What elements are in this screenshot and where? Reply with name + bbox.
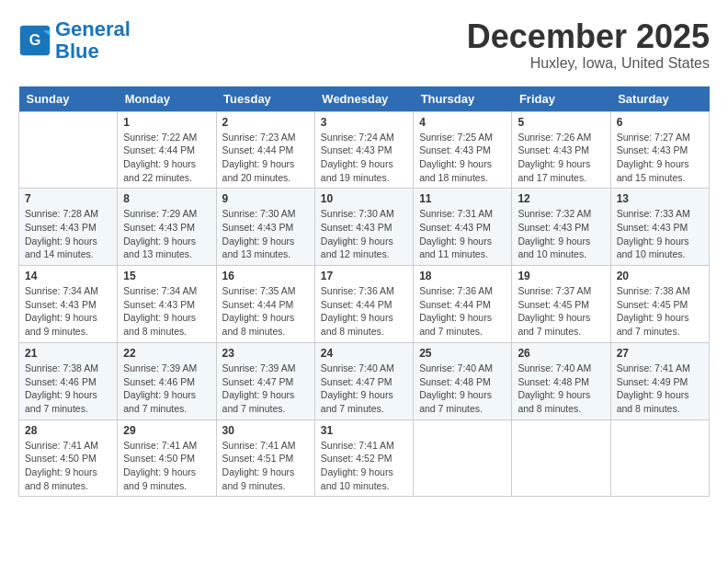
- header-wednesday: Wednesday: [314, 86, 413, 112]
- day-info: Sunrise: 7:41 AMSunset: 4:51 PMDaylight:…: [222, 439, 309, 493]
- calendar-cell: 16Sunrise: 7:35 AMSunset: 4:44 PMDayligh…: [216, 266, 314, 343]
- page-header: G General Blue December 2025 Huxley, Iow…: [18, 18, 710, 72]
- day-number: 23: [222, 347, 309, 360]
- day-number: 9: [222, 192, 309, 205]
- day-number: 20: [617, 270, 703, 282]
- day-number: 4: [419, 116, 506, 129]
- calendar-cell: 25Sunrise: 7:40 AMSunset: 4:48 PMDayligh…: [414, 342, 512, 419]
- day-number: 8: [123, 192, 210, 205]
- day-info: Sunrise: 7:34 AMSunset: 4:43 PMDaylight:…: [123, 284, 210, 339]
- calendar-cell: 21Sunrise: 7:38 AMSunset: 4:46 PMDayligh…: [19, 342, 118, 419]
- day-number: 25: [419, 347, 506, 360]
- day-info: Sunrise: 7:23 AMSunset: 4:44 PMDaylight:…: [222, 131, 309, 185]
- day-info: Sunrise: 7:41 AMSunset: 4:50 PMDaylight:…: [123, 439, 210, 493]
- week-row-5: 28Sunrise: 7:41 AMSunset: 4:50 PMDayligh…: [19, 419, 710, 497]
- day-info: Sunrise: 7:41 AMSunset: 4:50 PMDaylight:…: [25, 439, 111, 493]
- day-number: 15: [123, 270, 210, 282]
- calendar-cell: [512, 419, 610, 497]
- page-subtitle: Huxley, Iowa, United States: [467, 55, 710, 72]
- day-number: 6: [617, 116, 703, 129]
- day-number: 27: [617, 347, 703, 360]
- day-info: Sunrise: 7:38 AMSunset: 4:45 PMDaylight:…: [617, 284, 703, 339]
- day-number: 29: [123, 424, 210, 437]
- calendar-cell: 13Sunrise: 7:33 AMSunset: 4:43 PMDayligh…: [610, 189, 709, 266]
- calendar-cell: [414, 419, 512, 497]
- calendar-cell: 27Sunrise: 7:41 AMSunset: 4:49 PMDayligh…: [610, 342, 709, 419]
- calendar-cell: 18Sunrise: 7:36 AMSunset: 4:44 PMDayligh…: [414, 266, 512, 343]
- header-tuesday: Tuesday: [216, 86, 314, 112]
- day-info: Sunrise: 7:22 AMSunset: 4:44 PMDaylight:…: [123, 131, 210, 185]
- day-info: Sunrise: 7:40 AMSunset: 4:47 PMDaylight:…: [321, 362, 407, 416]
- calendar-cell: 7Sunrise: 7:28 AMSunset: 4:43 PMDaylight…: [19, 189, 118, 266]
- header-thursday: Thursday: [414, 86, 512, 112]
- day-info: Sunrise: 7:38 AMSunset: 4:46 PMDaylight:…: [25, 362, 111, 416]
- day-info: Sunrise: 7:37 AMSunset: 4:45 PMDaylight:…: [518, 284, 604, 339]
- day-info: Sunrise: 7:36 AMSunset: 4:44 PMDaylight:…: [419, 284, 506, 339]
- day-info: Sunrise: 7:25 AMSunset: 4:43 PMDaylight:…: [419, 131, 506, 185]
- calendar-cell: 15Sunrise: 7:34 AMSunset: 4:43 PMDayligh…: [118, 266, 216, 343]
- day-info: Sunrise: 7:27 AMSunset: 4:43 PMDaylight:…: [617, 131, 703, 185]
- calendar-cell: 9Sunrise: 7:30 AMSunset: 4:43 PMDaylight…: [216, 189, 314, 266]
- day-info: Sunrise: 7:29 AMSunset: 4:43 PMDaylight:…: [123, 207, 210, 261]
- day-number: 3: [321, 116, 407, 129]
- day-info: Sunrise: 7:39 AMSunset: 4:46 PMDaylight:…: [123, 362, 210, 416]
- week-row-2: 7Sunrise: 7:28 AMSunset: 4:43 PMDaylight…: [19, 189, 710, 266]
- calendar-cell: 31Sunrise: 7:41 AMSunset: 4:52 PMDayligh…: [314, 419, 413, 497]
- day-number: 1: [123, 116, 210, 129]
- day-info: Sunrise: 7:24 AMSunset: 4:43 PMDaylight:…: [321, 131, 407, 185]
- calendar-table: SundayMondayTuesdayWednesdayThursdayFrid…: [18, 86, 710, 498]
- day-number: 13: [617, 192, 703, 205]
- calendar-cell: [19, 111, 118, 189]
- day-number: 2: [222, 116, 309, 129]
- header-sunday: Sunday: [19, 86, 118, 112]
- day-info: Sunrise: 7:32 AMSunset: 4:43 PMDaylight:…: [518, 207, 604, 261]
- calendar-cell: 17Sunrise: 7:36 AMSunset: 4:44 PMDayligh…: [314, 266, 413, 343]
- day-info: Sunrise: 7:41 AMSunset: 4:49 PMDaylight:…: [617, 362, 703, 416]
- day-number: 21: [25, 347, 111, 360]
- header-friday: Friday: [512, 86, 610, 112]
- week-row-4: 21Sunrise: 7:38 AMSunset: 4:46 PMDayligh…: [19, 342, 710, 419]
- day-number: 26: [518, 347, 604, 360]
- header-saturday: Saturday: [610, 86, 709, 112]
- calendar-cell: 11Sunrise: 7:31 AMSunset: 4:43 PMDayligh…: [414, 189, 512, 266]
- calendar-cell: 23Sunrise: 7:39 AMSunset: 4:47 PMDayligh…: [216, 342, 314, 419]
- page-title: December 2025: [467, 18, 710, 55]
- calendar-cell: 24Sunrise: 7:40 AMSunset: 4:47 PMDayligh…: [314, 342, 413, 419]
- svg-text:G: G: [29, 32, 41, 49]
- day-number: 16: [222, 270, 309, 282]
- day-info: Sunrise: 7:41 AMSunset: 4:52 PMDaylight:…: [321, 439, 407, 493]
- calendar-cell: 12Sunrise: 7:32 AMSunset: 4:43 PMDayligh…: [512, 189, 610, 266]
- logo-line1: General: [55, 17, 131, 40]
- logo-icon: G: [18, 24, 51, 57]
- day-number: 19: [518, 270, 604, 282]
- day-info: Sunrise: 7:36 AMSunset: 4:44 PMDaylight:…: [321, 284, 407, 339]
- calendar-cell: 30Sunrise: 7:41 AMSunset: 4:51 PMDayligh…: [216, 419, 314, 497]
- calendar-cell: 8Sunrise: 7:29 AMSunset: 4:43 PMDaylight…: [118, 189, 216, 266]
- day-number: 30: [222, 424, 309, 437]
- day-number: 18: [419, 270, 506, 282]
- day-number: 28: [25, 424, 111, 437]
- logo: G General Blue: [18, 18, 131, 63]
- day-info: Sunrise: 7:28 AMSunset: 4:43 PMDaylight:…: [25, 207, 111, 261]
- logo-line2: Blue: [55, 40, 99, 63]
- day-info: Sunrise: 7:31 AMSunset: 4:43 PMDaylight:…: [419, 207, 506, 261]
- calendar-cell: 29Sunrise: 7:41 AMSunset: 4:50 PMDayligh…: [118, 419, 216, 497]
- calendar-cell: 22Sunrise: 7:39 AMSunset: 4:46 PMDayligh…: [118, 342, 216, 419]
- calendar-cell: 1Sunrise: 7:22 AMSunset: 4:44 PMDaylight…: [118, 111, 216, 189]
- day-number: 17: [321, 270, 407, 282]
- day-info: Sunrise: 7:40 AMSunset: 4:48 PMDaylight:…: [419, 362, 506, 416]
- day-info: Sunrise: 7:34 AMSunset: 4:43 PMDaylight:…: [25, 284, 111, 339]
- day-info: Sunrise: 7:40 AMSunset: 4:48 PMDaylight:…: [518, 362, 604, 416]
- calendar-cell: 28Sunrise: 7:41 AMSunset: 4:50 PMDayligh…: [19, 419, 118, 497]
- calendar-cell: 4Sunrise: 7:25 AMSunset: 4:43 PMDaylight…: [414, 111, 512, 189]
- day-number: 12: [518, 192, 604, 205]
- day-number: 5: [518, 116, 604, 129]
- calendar-cell: 14Sunrise: 7:34 AMSunset: 4:43 PMDayligh…: [19, 266, 118, 343]
- day-number: 31: [321, 424, 407, 437]
- calendar-cell: 3Sunrise: 7:24 AMSunset: 4:43 PMDaylight…: [314, 111, 413, 189]
- calendar-cell: 2Sunrise: 7:23 AMSunset: 4:44 PMDaylight…: [216, 111, 314, 189]
- day-number: 11: [419, 192, 506, 205]
- day-info: Sunrise: 7:30 AMSunset: 4:43 PMDaylight:…: [222, 207, 309, 261]
- day-number: 22: [123, 347, 210, 360]
- day-info: Sunrise: 7:26 AMSunset: 4:43 PMDaylight:…: [518, 131, 604, 185]
